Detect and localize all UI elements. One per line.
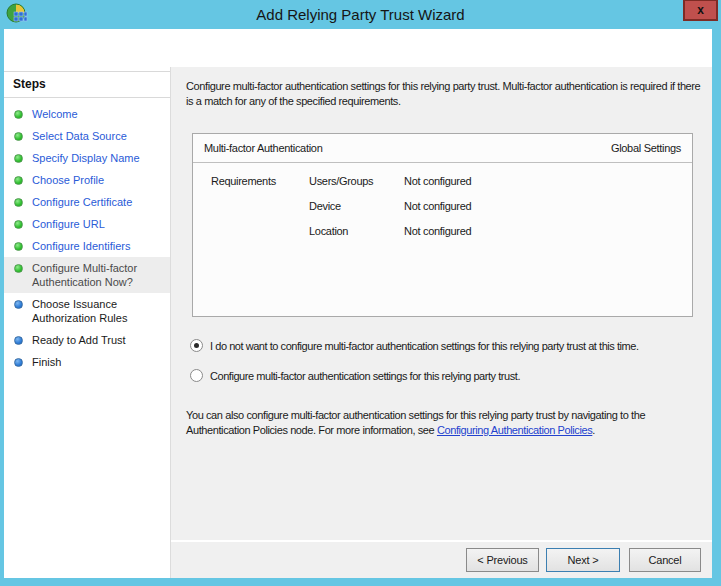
mfa-row-item: Location [309, 225, 404, 250]
mfa-row-value: Not configured [404, 200, 692, 225]
step-label: Configure Multi-factor Authentication No… [32, 261, 164, 289]
step-item-completed[interactable]: Specify Display Name [4, 147, 170, 169]
mfa-radio-group: I do not want to configure multi-factor … [190, 339, 639, 383]
radio-unselected-icon[interactable] [190, 369, 203, 382]
step-upcoming-dot-icon [14, 300, 23, 309]
step-completed-dot-icon [14, 264, 23, 273]
wizard-dialog: Steps WelcomeSelect Data SourceSpecify D… [4, 29, 712, 578]
step-completed-dot-icon [14, 154, 23, 163]
step-label: Configure URL [32, 217, 105, 231]
mfa-table-rows: RequirementsUsers/GroupsNot configuredDe… [193, 163, 692, 250]
mfa-row-value: Not configured [404, 225, 692, 250]
footer-note-period: . [592, 424, 595, 436]
step-label: Choose Profile [32, 173, 104, 187]
mfa-table-header-right: Global Settings [611, 134, 692, 162]
step-completed-dot-icon [14, 132, 23, 141]
radio-label: I do not want to configure multi-factor … [210, 339, 639, 353]
step-completed-dot-icon [14, 242, 23, 251]
step-item-completed[interactable]: Configure Identifiers [4, 235, 170, 257]
step-completed-dot-icon [14, 176, 23, 185]
mfa-row-item: Users/Groups [309, 175, 404, 200]
mfa-row-group [193, 225, 309, 250]
step-label: Finish [32, 355, 61, 369]
step-upcoming-dot-icon [14, 358, 23, 367]
radio-label: Configure multi-factor authentication se… [210, 369, 520, 383]
step-label: Configure Identifiers [32, 239, 130, 253]
wizard-window: Add Relying Party Trust Wizard x Steps W… [0, 0, 721, 586]
steps-list: WelcomeSelect Data SourceSpecify Display… [4, 103, 170, 373]
footer-note: You can also configure multi-factor auth… [186, 408, 710, 438]
step-item-upcoming: Ready to Add Trust [4, 329, 170, 351]
step-completed-dot-icon [14, 220, 23, 229]
titlebar: Add Relying Party Trust Wizard x [0, 0, 721, 29]
mfa-row-item: Device [309, 200, 404, 225]
step-label: Welcome [32, 107, 78, 121]
step-item-completed[interactable]: Choose Profile [4, 169, 170, 191]
step-item-completed[interactable]: Configure Certificate [4, 191, 170, 213]
radio-selected-icon[interactable] [190, 339, 203, 352]
mfa-settings-table: Multi-factor Authentication Global Setti… [192, 133, 693, 317]
previous-button[interactable]: < Previous [466, 548, 539, 572]
step-completed-dot-icon [14, 198, 23, 207]
step-label: Choose Issuance Authorization Rules [32, 297, 164, 325]
intro-text: Configure multi-factor authentication se… [186, 79, 710, 109]
mfa-row-group: Requirements [193, 175, 309, 200]
mfa-table-row: RequirementsUsers/GroupsNot configured [193, 175, 692, 200]
step-item-current: Configure Multi-factor Authentication No… [4, 257, 170, 293]
mfa-table-header-left: Multi-factor Authentication [193, 134, 322, 162]
step-item-completed[interactable]: Welcome [4, 103, 170, 125]
cancel-button[interactable]: Cancel [629, 548, 701, 572]
step-item-completed[interactable]: Select Data Source [4, 125, 170, 147]
steps-panel-header: Steps [4, 71, 170, 98]
step-label: Ready to Add Trust [32, 333, 126, 347]
configuring-authentication-policies-link[interactable]: Configuring Authentication Policies [437, 424, 592, 436]
mfa-radio-option-2[interactable]: Configure multi-factor authentication se… [190, 369, 639, 383]
close-button[interactable]: x [683, 0, 718, 21]
step-completed-dot-icon [14, 110, 23, 119]
mfa-row-group [193, 200, 309, 225]
next-button[interactable]: Next > [546, 548, 620, 572]
step-item-upcoming: Choose Issuance Authorization Rules [4, 293, 170, 329]
wizard-content: Configure multi-factor authentication se… [171, 67, 712, 578]
button-bar-separator [171, 540, 712, 542]
mfa-table-row: DeviceNot configured [193, 200, 692, 225]
mfa-table-header: Multi-factor Authentication Global Setti… [193, 134, 692, 163]
wizard-header-band [4, 29, 712, 67]
mfa-table-row: LocationNot configured [193, 225, 692, 250]
step-label: Configure Certificate [32, 195, 132, 209]
step-label: Select Data Source [32, 129, 127, 143]
step-item-upcoming: Finish [4, 351, 170, 373]
mfa-radio-option-1[interactable]: I do not want to configure multi-factor … [190, 339, 639, 353]
step-item-completed[interactable]: Configure URL [4, 213, 170, 235]
step-label: Specify Display Name [32, 151, 140, 165]
window-title: Add Relying Party Trust Wizard [0, 0, 721, 29]
mfa-row-value: Not configured [404, 175, 692, 200]
steps-panel: Steps WelcomeSelect Data SourceSpecify D… [4, 71, 170, 578]
step-upcoming-dot-icon [14, 336, 23, 345]
